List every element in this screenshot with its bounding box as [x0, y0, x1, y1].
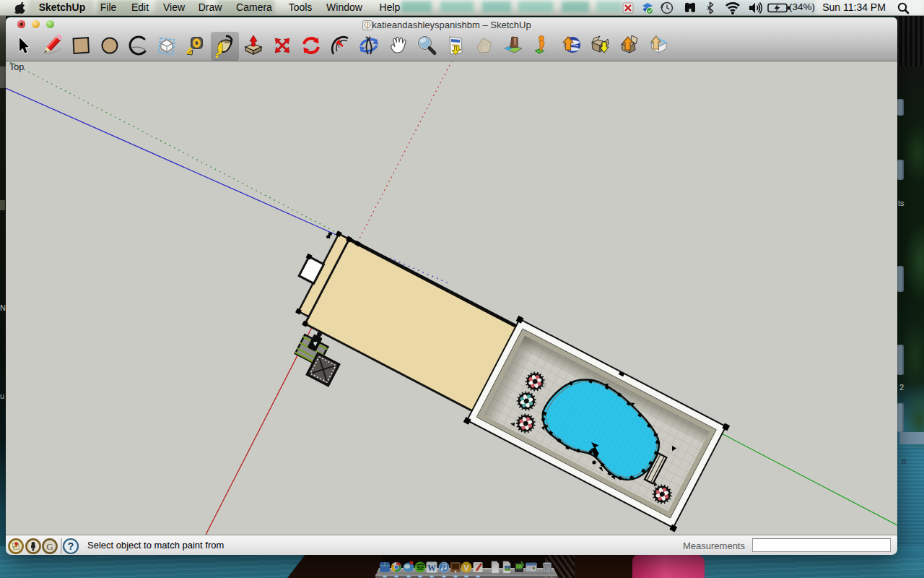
svg-text:Top: Top [9, 62, 24, 72]
svg-text:?: ? [68, 540, 74, 552]
svg-text:W: W [427, 563, 436, 573]
svg-text:V: V [463, 564, 469, 572]
svg-text:G: G [46, 541, 53, 552]
